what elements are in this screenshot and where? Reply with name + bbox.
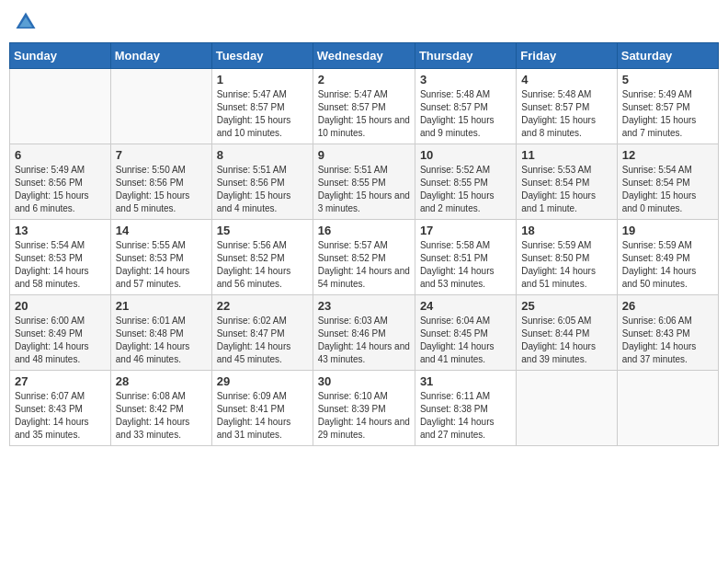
day-info: Sunrise: 5:49 AMSunset: 8:56 PMDaylight:…	[15, 164, 106, 215]
day-info: Sunrise: 6:03 AMSunset: 8:46 PMDaylight:…	[318, 315, 410, 366]
day-info: Sunrise: 5:54 AMSunset: 8:53 PMDaylight:…	[15, 239, 106, 291]
calendar-day-cell: 9Sunrise: 5:51 AMSunset: 8:55 PMDaylight…	[313, 144, 415, 220]
calendar-day-cell: 7Sunrise: 5:50 AMSunset: 8:56 PMDaylight…	[110, 144, 211, 220]
day-info: Sunrise: 6:09 AMSunset: 8:41 PMDaylight:…	[217, 390, 308, 442]
day-number: 30	[318, 374, 410, 388]
calendar-day-cell: 28Sunrise: 6:08 AMSunset: 8:42 PMDayligh…	[110, 371, 211, 446]
calendar-week-row: 20Sunrise: 6:00 AMSunset: 8:49 PMDayligh…	[10, 295, 719, 371]
calendar-day-cell: 21Sunrise: 6:01 AMSunset: 8:48 PMDayligh…	[110, 295, 211, 371]
day-info: Sunrise: 5:59 AMSunset: 8:50 PMDaylight:…	[521, 239, 611, 291]
day-info: Sunrise: 5:47 AMSunset: 8:57 PMDaylight:…	[217, 88, 308, 140]
day-info: Sunrise: 5:48 AMSunset: 8:57 PMDaylight:…	[420, 88, 511, 140]
day-info: Sunrise: 5:51 AMSunset: 8:55 PMDaylight:…	[318, 164, 410, 215]
calendar-day-cell: 14Sunrise: 5:55 AMSunset: 8:53 PMDayligh…	[110, 220, 211, 295]
day-info: Sunrise: 5:58 AMSunset: 8:51 PMDaylight:…	[420, 239, 511, 291]
calendar-day-cell: 23Sunrise: 6:03 AMSunset: 8:46 PMDayligh…	[313, 295, 415, 371]
day-number: 31	[420, 374, 511, 388]
calendar-day-cell: 19Sunrise: 5:59 AMSunset: 8:49 PMDayligh…	[617, 220, 718, 295]
day-info: Sunrise: 5:48 AMSunset: 8:57 PMDaylight:…	[521, 88, 611, 140]
day-info: Sunrise: 6:05 AMSunset: 8:44 PMDaylight:…	[521, 315, 611, 366]
day-info: Sunrise: 5:56 AMSunset: 8:52 PMDaylight:…	[217, 239, 308, 291]
day-info: Sunrise: 5:59 AMSunset: 8:49 PMDaylight:…	[622, 239, 713, 291]
calendar-day-cell	[10, 69, 111, 144]
day-info: Sunrise: 6:08 AMSunset: 8:42 PMDaylight:…	[116, 390, 207, 442]
day-number: 5	[622, 73, 713, 86]
day-number: 15	[217, 224, 308, 237]
page-header	[9, 9, 719, 35]
calendar-day-cell: 5Sunrise: 5:49 AMSunset: 8:57 PMDaylight…	[617, 69, 718, 144]
day-info: Sunrise: 6:00 AMSunset: 8:49 PMDaylight:…	[15, 315, 106, 366]
calendar-day-cell: 8Sunrise: 5:51 AMSunset: 8:56 PMDaylight…	[211, 144, 313, 220]
calendar-week-row: 6Sunrise: 5:49 AMSunset: 8:56 PMDaylight…	[10, 144, 719, 220]
calendar-day-cell: 2Sunrise: 5:47 AMSunset: 8:57 PMDaylight…	[313, 69, 415, 144]
calendar-day-cell	[617, 371, 718, 446]
day-info: Sunrise: 5:54 AMSunset: 8:54 PMDaylight:…	[622, 164, 713, 215]
day-number: 22	[217, 299, 308, 313]
day-info: Sunrise: 5:53 AMSunset: 8:54 PMDaylight:…	[521, 164, 611, 215]
day-info: Sunrise: 5:51 AMSunset: 8:56 PMDaylight:…	[217, 164, 308, 215]
day-number: 24	[420, 299, 511, 313]
day-number: 25	[521, 299, 611, 313]
day-number: 2	[318, 73, 410, 86]
day-number: 23	[318, 299, 410, 313]
day-info: Sunrise: 5:55 AMSunset: 8:53 PMDaylight:…	[116, 239, 207, 291]
calendar-day-cell	[517, 371, 617, 446]
day-number: 3	[420, 73, 511, 86]
calendar-day-cell: 31Sunrise: 6:11 AMSunset: 8:38 PMDayligh…	[415, 371, 516, 446]
day-info: Sunrise: 6:10 AMSunset: 8:39 PMDaylight:…	[318, 390, 410, 442]
day-number: 4	[521, 73, 611, 86]
day-number: 28	[116, 374, 207, 388]
weekday-header-friday: Friday	[517, 43, 617, 69]
weekday-header-sunday: Sunday	[10, 43, 111, 69]
calendar-day-cell: 24Sunrise: 6:04 AMSunset: 8:45 PMDayligh…	[415, 295, 516, 371]
calendar-day-cell	[110, 69, 211, 144]
calendar-day-cell: 12Sunrise: 5:54 AMSunset: 8:54 PMDayligh…	[617, 144, 718, 220]
day-number: 29	[217, 374, 308, 388]
weekday-header-row: SundayMondayTuesdayWednesdayThursdayFrid…	[10, 43, 719, 69]
calendar-day-cell: 18Sunrise: 5:59 AMSunset: 8:50 PMDayligh…	[517, 220, 617, 295]
calendar-day-cell: 20Sunrise: 6:00 AMSunset: 8:49 PMDayligh…	[10, 295, 111, 371]
calendar-day-cell: 26Sunrise: 6:06 AMSunset: 8:43 PMDayligh…	[617, 295, 718, 371]
day-number: 11	[521, 148, 611, 162]
weekday-header-thursday: Thursday	[415, 43, 516, 69]
calendar-day-cell: 27Sunrise: 6:07 AMSunset: 8:43 PMDayligh…	[10, 371, 111, 446]
calendar-day-cell: 1Sunrise: 5:47 AMSunset: 8:57 PMDaylight…	[211, 69, 313, 144]
day-number: 7	[116, 148, 207, 162]
calendar-day-cell: 10Sunrise: 5:52 AMSunset: 8:55 PMDayligh…	[415, 144, 516, 220]
day-number: 20	[15, 299, 106, 313]
day-info: Sunrise: 6:11 AMSunset: 8:38 PMDaylight:…	[420, 390, 511, 442]
day-info: Sunrise: 5:52 AMSunset: 8:55 PMDaylight:…	[420, 164, 511, 215]
day-info: Sunrise: 6:02 AMSunset: 8:47 PMDaylight:…	[217, 315, 308, 366]
day-number: 6	[15, 148, 106, 162]
day-info: Sunrise: 5:57 AMSunset: 8:52 PMDaylight:…	[318, 239, 410, 291]
calendar-day-cell: 4Sunrise: 5:48 AMSunset: 8:57 PMDaylight…	[517, 69, 617, 144]
calendar-day-cell: 22Sunrise: 6:02 AMSunset: 8:47 PMDayligh…	[211, 295, 313, 371]
day-info: Sunrise: 6:06 AMSunset: 8:43 PMDaylight:…	[622, 315, 713, 366]
calendar-table: SundayMondayTuesdayWednesdayThursdayFrid…	[9, 42, 719, 446]
calendar-day-cell: 29Sunrise: 6:09 AMSunset: 8:41 PMDayligh…	[211, 371, 313, 446]
logo-icon	[13, 9, 39, 35]
day-number: 18	[521, 224, 611, 237]
weekday-header-wednesday: Wednesday	[313, 43, 415, 69]
day-info: Sunrise: 6:04 AMSunset: 8:45 PMDaylight:…	[420, 315, 511, 366]
day-info: Sunrise: 6:01 AMSunset: 8:48 PMDaylight:…	[116, 315, 207, 366]
calendar-week-row: 27Sunrise: 6:07 AMSunset: 8:43 PMDayligh…	[10, 371, 719, 446]
calendar-day-cell: 15Sunrise: 5:56 AMSunset: 8:52 PMDayligh…	[211, 220, 313, 295]
day-number: 12	[622, 148, 713, 162]
calendar-week-row: 13Sunrise: 5:54 AMSunset: 8:53 PMDayligh…	[10, 220, 719, 295]
day-number: 13	[15, 224, 106, 237]
day-number: 27	[15, 374, 106, 388]
day-number: 17	[420, 224, 511, 237]
day-number: 14	[116, 224, 207, 237]
day-info: Sunrise: 6:07 AMSunset: 8:43 PMDaylight:…	[15, 390, 106, 442]
weekday-header-saturday: Saturday	[617, 43, 718, 69]
calendar-day-cell: 16Sunrise: 5:57 AMSunset: 8:52 PMDayligh…	[313, 220, 415, 295]
weekday-header-monday: Monday	[110, 43, 211, 69]
calendar-day-cell: 6Sunrise: 5:49 AMSunset: 8:56 PMDaylight…	[10, 144, 111, 220]
day-number: 10	[420, 148, 511, 162]
calendar-day-cell: 13Sunrise: 5:54 AMSunset: 8:53 PMDayligh…	[10, 220, 111, 295]
day-number: 8	[217, 148, 308, 162]
day-number: 1	[217, 73, 308, 86]
day-number: 26	[622, 299, 713, 313]
calendar-day-cell: 17Sunrise: 5:58 AMSunset: 8:51 PMDayligh…	[415, 220, 516, 295]
